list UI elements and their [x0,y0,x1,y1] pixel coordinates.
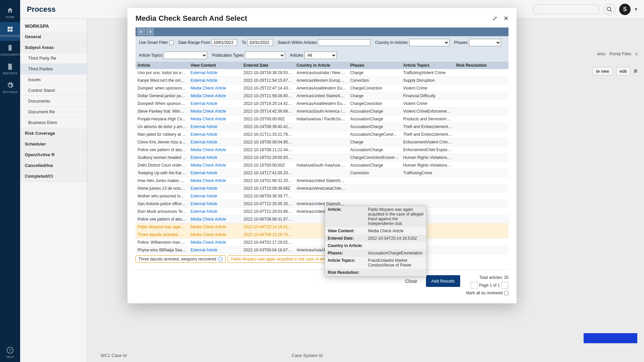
table-cell: 2022-10-07T21:29:53.664Z [241,208,294,215]
table-cell: AccusationCharge [348,162,401,169]
table-row[interactable]: Cómo Kris Jenner hizo a las Kar...Extern… [136,138,508,146]
tooltip-label: Country in Article: [328,243,368,248]
page-next-button[interactable] [501,282,508,289]
expand-icon[interactable]: ⤢ [492,15,497,22]
table-row[interactable]: Dollar General janitor pours ble...Media… [136,92,508,100]
table-cell: Mother who poisoned toddler re... [136,192,189,200]
table-row[interactable]: Punjab-Haryana High Court ord...Media Ch… [136,115,508,123]
table-row[interactable]: San Antonio police officer fired ...Exte… [136,200,508,208]
table-cell[interactable]: External Article [189,131,241,138]
table-cell[interactable]: External Article [189,208,241,215]
table-row[interactable]: Phyna wins BBNaija Season 7, N...Externa… [136,246,508,254]
close-button[interactable]: Close [402,275,420,287]
table-cell [454,231,507,238]
th-date[interactable]: Entered Date [241,62,294,69]
table-cell[interactable]: External Article [189,100,241,107]
table-cell[interactable]: External Article [189,185,241,192]
toolbar-forward-button[interactable] [146,28,154,35]
table-cell[interactable]: Media Check Article [189,239,241,246]
tooltip-row: View Content:Media Check Article [325,227,426,235]
table-cell[interactable]: Media Check Article [189,216,241,223]
table-cell[interactable]: External Article [189,138,241,146]
articles-filter-select[interactable]: All [305,52,337,59]
add-results-button[interactable]: Add Results [426,275,460,287]
smart-filter-checkbox[interactable] [169,41,174,45]
table-row[interactable]: Police see pattern of abuse in to...Medi… [136,216,508,223]
table-cell[interactable]: Media Check Article [189,92,241,100]
table-row[interactable]: Pablo Moyano was again acquitt...Media C… [136,223,508,231]
table-cell[interactable]: Media Check Article [189,146,241,154]
table-cell: 2022-10-25T00:00:00Z [241,115,294,123]
th-risk[interactable]: Risk Resolution [454,62,507,69]
topics-filter-select[interactable] [164,52,207,59]
table-row[interactable]: How Alex Jones makes millions ...Media C… [136,177,508,185]
close-icon[interactable]: ✕ [503,15,508,22]
date-from-label: Date Range From [178,40,210,45]
table-row[interactable]: Three dacoits arrested, weapon...Media C… [136,231,508,239]
th-phases[interactable]: Phases [348,62,401,69]
th-view[interactable]: View Content [189,62,241,69]
table-cell[interactable]: Media Check Article [189,84,241,92]
table-cell[interactable]: External Article [189,169,241,177]
th-article[interactable]: Article [136,62,189,69]
table-cell: Human Rights ViolationsViolent ... [401,162,454,169]
table-cell [454,108,507,115]
table-cell: San Antonio police officer fired ... [136,200,189,207]
table-row[interactable]: Steve Pankey trial: Witness highl...Medi… [136,108,508,115]
table-cell[interactable]: External Article [189,154,241,161]
table-cell[interactable]: External Article [189,200,241,207]
table-cell[interactable]: Media Check Article [189,177,241,184]
tooltip-row: Article:Pablo Moyano was again acquitted… [325,206,426,227]
pubtypes-filter-label: Publication Types [212,53,244,58]
table-row[interactable]: Kanye West isn't the only celebri...Exte… [136,77,508,84]
table-cell: 2022-10-15T00:00:00Z [241,162,294,169]
table-row[interactable]: Delhi District Court order: Kirti K...Me… [136,162,508,169]
table-row[interactable]: Police: Williamston man charge...Media C… [136,239,508,246]
table-row[interactable]: Man jailed for robbery at Darwe...Extern… [136,131,508,138]
table-cell: EnforcementChild ExploitationA... [401,146,454,154]
table-row[interactable]: Home jueves 13 de octubre de 2...Externa… [136,185,508,192]
table-cell: Theft and EmbezzlementViolent... [401,131,454,138]
table-cell[interactable]: Media Check Article [189,108,241,115]
table-cell[interactable]: External Article [189,123,241,130]
table-row[interactable]: Dumped! When sponsors cut tie...External… [136,100,508,108]
table-cell[interactable]: Media Check Article [189,162,241,169]
tooltip-label: View Content: [328,229,368,233]
th-country[interactable]: Country in Article [294,62,348,69]
th-topics[interactable]: Article Topics [401,62,454,69]
toolbar-back-button[interactable] [138,28,145,35]
table-cell [454,146,507,154]
table-row[interactable]: Mother who poisoned toddler re...Externa… [136,192,508,200]
pubtypes-filter-select[interactable] [245,52,285,59]
table-cell[interactable]: External Article [189,192,241,200]
chip-remove-icon[interactable]: − [218,257,223,261]
table-row[interactable]: Uno por uno: todos los estrenos ...Exter… [136,69,508,77]
page-prev-button[interactable] [471,282,478,289]
country-filter-select[interactable] [409,39,449,46]
table-cell[interactable]: External Article [189,246,241,254]
table-cell[interactable]: Media Check Article [189,115,241,123]
table-row[interactable]: Police see pattern of abuse in to...Medi… [136,146,508,154]
filters-bar: Use Smart Filter Date Range From To Sear… [136,36,508,62]
table-cell[interactable]: External Article [189,77,241,84]
table-cell[interactable]: Media Check Article [189,231,241,238]
table-row[interactable]: 'Keeping Up with the Kardashia...Externa… [136,169,508,177]
table-cell[interactable]: Media Check Article [189,223,241,231]
date-from-input[interactable] [212,39,237,46]
table-row[interactable]: Sudbury woman headed to the ...External … [136,154,508,162]
table-row[interactable]: Elon Musk announces Tesla sem...External… [136,208,508,216]
table-row[interactable]: Dumped: when sponsors cut tie...Media Ch… [136,84,508,92]
table-cell[interactable]: External Article [189,69,241,76]
table-cell: AmericasUnited StatesNorth Am... [294,177,348,184]
date-to-input[interactable] [248,39,273,46]
table-cell: Violent CrimeEnforcementChild ... [401,108,454,115]
table-cell: Steve Pankey trial: Witness highl... [136,108,189,115]
table-cell [294,169,348,177]
phases-filter-select[interactable] [469,39,501,46]
table-cell: EnforcementViolent CrimeCrime [401,138,454,146]
mark-reviewed-checkbox[interactable] [504,291,508,295]
table-cell: TraffickingViolent Crime [401,69,454,76]
mark-reviewed-label: Mark all as reviewed [466,291,503,295]
search-articles-input[interactable] [318,39,370,46]
table-row[interactable]: Un abismo de dolor y amor: las ...Extern… [136,123,508,131]
